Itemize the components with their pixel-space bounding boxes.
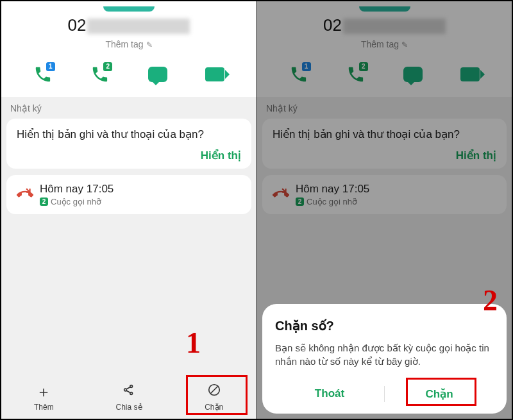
annotation-step-2: 2 <box>483 283 498 317</box>
modal-title: Chặn số? <box>275 318 494 333</box>
share-icon <box>87 383 172 401</box>
block-button[interactable]: Chặn <box>171 383 256 412</box>
voicemail-prompt-text: Hiển thị bản ghi và thư thoại của bạn? <box>17 128 241 141</box>
avatar <box>103 6 155 12</box>
right-screenshot: 02 Thêm tag✎ 1 2 Nhật ký Hiển thị bản gh… <box>256 1 512 419</box>
call-details: Hôm nay 17:05 2Cuộc gọi nhỡ <box>40 183 114 206</box>
plus-icon: ＋ <box>1 383 87 401</box>
video-call-button[interactable] <box>205 65 224 87</box>
bottom-toolbar: ＋ Thêm Chia sẻ Chặn <box>1 379 256 419</box>
sim-badge-2: 2 <box>103 62 112 71</box>
svg-line-1 <box>210 387 217 394</box>
share-button[interactable]: Chia sẻ <box>87 383 172 412</box>
modal-confirm-button[interactable]: Chặn <box>385 380 494 408</box>
voicemail-show-button[interactable]: Hiển thị <box>17 149 241 162</box>
left-screenshot: 02 Thêm tag✎ 1 2 Nhật ký Hiển thị bản gh… <box>1 1 256 419</box>
block-icon <box>171 383 256 401</box>
add-tag-button[interactable]: Thêm tag✎ <box>1 39 256 49</box>
contact-actions: 1 2 <box>1 58 256 97</box>
call-sim2-button[interactable]: 2 <box>90 65 110 87</box>
modal-buttons: Thoát Chặn <box>275 380 494 408</box>
block-confirm-modal: Chặn số? Bạn sẽ không nhận được bất kỳ c… <box>262 304 507 414</box>
message-button[interactable] <box>148 65 167 87</box>
call-type: 2Cuộc gọi nhỡ <box>40 197 114 206</box>
call-sim1-button[interactable]: 1 <box>33 65 53 87</box>
voicemail-prompt-card: Hiển thị bản ghi và thư thoại của bạn? H… <box>6 119 251 169</box>
annotation-step-1: 1 <box>186 326 201 360</box>
chat-icon <box>148 67 167 82</box>
pencil-icon: ✎ <box>146 40 153 49</box>
missed-call-icon <box>17 187 33 203</box>
phone-number: 02 <box>1 15 256 35</box>
contact-header: 02 Thêm tag✎ <box>1 1 256 58</box>
redacted-number <box>87 19 190 34</box>
call-log-entry[interactable]: Hôm nay 17:05 2Cuộc gọi nhỡ <box>6 175 251 214</box>
add-button[interactable]: ＋ Thêm <box>1 383 87 412</box>
sim-badge-1: 1 <box>46 62 55 71</box>
sim-badge-mini: 2 <box>40 197 48 206</box>
video-icon <box>205 67 224 81</box>
modal-body: Bạn sẽ không nhận được bất kỳ cuộc gọi h… <box>275 341 494 368</box>
call-time: Hôm nay 17:05 <box>40 183 114 196</box>
modal-cancel-button[interactable]: Thoát <box>275 380 384 408</box>
recents-header: Nhật ký <box>1 97 256 119</box>
